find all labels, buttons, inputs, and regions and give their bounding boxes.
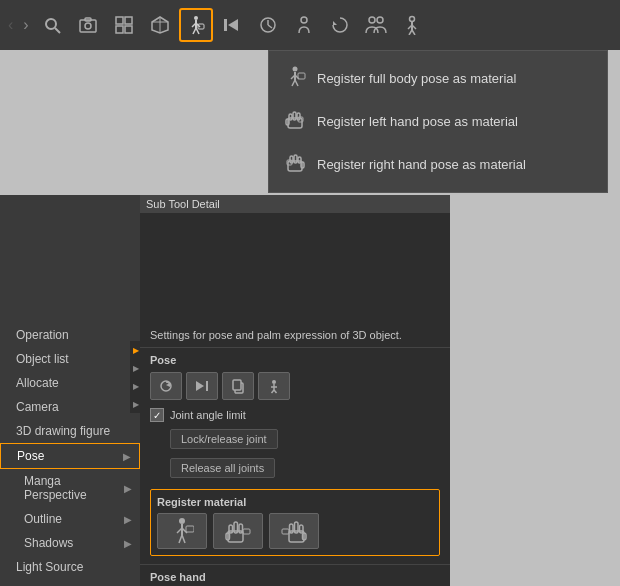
pose-reset-btn[interactable] bbox=[150, 372, 182, 400]
sidebar-item-3ddrawing[interactable]: 3D drawing figure bbox=[0, 419, 140, 443]
register-righthand-btn[interactable] bbox=[269, 513, 319, 549]
forward-arrow-btn[interactable]: › bbox=[19, 16, 32, 34]
register-lefthand-label: Register left hand pose as material bbox=[317, 114, 518, 129]
sidebar-item-camera[interactable]: Camera bbox=[0, 395, 140, 419]
sidebar-item-pose[interactable]: Pose ▶ bbox=[0, 443, 140, 469]
svg-rect-90 bbox=[282, 529, 289, 534]
lock-release-row: Lock/release joint bbox=[140, 426, 450, 452]
lefthand-icon bbox=[283, 108, 307, 135]
svg-rect-49 bbox=[294, 155, 297, 163]
svg-marker-25 bbox=[333, 21, 337, 25]
register-righthand-item[interactable]: Register right hand pose as material bbox=[269, 143, 607, 186]
svg-point-3 bbox=[85, 23, 91, 29]
register-material-label: Register material bbox=[157, 496, 433, 508]
svg-point-26 bbox=[369, 17, 375, 23]
svg-point-12 bbox=[194, 16, 198, 20]
svg-line-23 bbox=[268, 25, 272, 28]
svg-rect-78 bbox=[186, 526, 194, 532]
main-content: Settings for pose and palm expression of… bbox=[140, 195, 450, 586]
svg-point-24 bbox=[301, 17, 307, 23]
svg-rect-63 bbox=[206, 381, 208, 391]
svg-line-39 bbox=[295, 80, 298, 86]
svg-marker-20 bbox=[228, 19, 238, 31]
pose-controls-row bbox=[140, 368, 450, 404]
sidebar-item-objectlist[interactable]: Object list bbox=[0, 347, 140, 371]
register-fullbody-btn[interactable] bbox=[157, 513, 207, 549]
svg-line-38 bbox=[292, 80, 295, 86]
dialog-title: Sub Tool Detail bbox=[146, 198, 220, 210]
pose-figure-btn[interactable] bbox=[258, 372, 290, 400]
svg-line-77 bbox=[182, 535, 185, 543]
svg-rect-8 bbox=[125, 26, 132, 33]
svg-rect-43 bbox=[293, 112, 296, 120]
svg-marker-64 bbox=[196, 381, 204, 391]
svg-rect-6 bbox=[125, 17, 132, 24]
svg-line-1 bbox=[55, 28, 60, 33]
group-tool-btn[interactable] bbox=[359, 8, 393, 42]
svg-point-67 bbox=[272, 380, 276, 384]
sidebar-item-outline[interactable]: Outline ▶ bbox=[0, 507, 140, 531]
register-fullbody-item[interactable]: Register full body pose as material bbox=[269, 57, 607, 100]
register-material-section: Register material bbox=[150, 489, 440, 556]
svg-rect-42 bbox=[289, 114, 292, 120]
figure2-tool-btn[interactable] bbox=[395, 8, 429, 42]
settings-description: Settings for pose and palm expression of… bbox=[140, 323, 450, 348]
sidebar-item-operation[interactable]: Operation bbox=[0, 323, 140, 347]
pose-copy-btn[interactable] bbox=[222, 372, 254, 400]
register-fullbody-label: Register full body pose as material bbox=[317, 71, 516, 86]
svg-rect-66 bbox=[233, 380, 241, 390]
svg-rect-5 bbox=[116, 17, 123, 24]
sidebar-item-allocate[interactable]: Allocate bbox=[0, 371, 140, 395]
left-panel: Operation Object list Allocate Camera 3D… bbox=[0, 195, 140, 586]
svg-line-32 bbox=[409, 30, 412, 35]
svg-point-28 bbox=[409, 17, 414, 22]
shadows-expand-icon: ▶ bbox=[124, 538, 132, 549]
sidebar-item-manga-perspective[interactable]: Manga Perspective ▶ bbox=[0, 469, 140, 507]
register-righthand-label: Register right hand pose as material bbox=[317, 157, 526, 172]
dialog-titlebar: Sub Tool Detail bbox=[140, 195, 450, 213]
svg-rect-84 bbox=[243, 529, 250, 534]
joint-angle-limit-row: ✓ Joint angle limit bbox=[140, 404, 450, 426]
svg-line-33 bbox=[412, 30, 415, 35]
lock-release-btn[interactable]: Lock/release joint bbox=[170, 429, 278, 449]
prev-tool-btn[interactable] bbox=[215, 8, 249, 42]
sidebar-item-lightsource[interactable]: Light Source bbox=[0, 555, 140, 579]
fullbody-icon bbox=[283, 65, 307, 92]
pose-expand-icon: ▶ bbox=[123, 451, 131, 462]
register-btns-row bbox=[157, 513, 433, 549]
svg-point-72 bbox=[179, 518, 185, 524]
person-tool-btn[interactable] bbox=[287, 8, 321, 42]
svg-rect-7 bbox=[116, 26, 123, 33]
pose-tool-btn[interactable] bbox=[179, 8, 213, 42]
cube-tool-btn[interactable] bbox=[143, 8, 177, 42]
register-lefthand-item[interactable]: Register left hand pose as material bbox=[269, 100, 607, 143]
svg-rect-80 bbox=[229, 525, 233, 533]
outline-expand-icon: ▶ bbox=[124, 514, 132, 525]
clock-tool-btn[interactable] bbox=[251, 8, 285, 42]
top-toolbar: ‹ › bbox=[0, 0, 620, 50]
register-lefthand-btn[interactable] bbox=[213, 513, 263, 549]
search-tool-btn[interactable] bbox=[35, 8, 69, 42]
svg-line-76 bbox=[179, 535, 182, 543]
back-arrow-btn[interactable]: ‹ bbox=[4, 16, 17, 34]
svg-point-0 bbox=[46, 19, 56, 29]
joint-angle-checkbox[interactable]: ✓ bbox=[150, 408, 164, 422]
pose-hand-section-header: Pose hand bbox=[140, 564, 450, 585]
svg-rect-2 bbox=[80, 20, 96, 32]
camera-tool-btn[interactable] bbox=[71, 8, 105, 42]
rotate-tool-btn[interactable] bbox=[323, 8, 357, 42]
sidebar-item-panorama[interactable]: Panorama bbox=[0, 579, 140, 586]
grid-tool-btn[interactable] bbox=[107, 8, 141, 42]
sidebar-item-shadows[interactable]: Shadows ▶ bbox=[0, 531, 140, 555]
svg-line-71 bbox=[274, 390, 277, 393]
svg-point-27 bbox=[377, 17, 383, 23]
pose-section-header: Pose bbox=[140, 348, 450, 368]
svg-marker-62 bbox=[166, 383, 170, 387]
svg-rect-19 bbox=[224, 19, 227, 31]
release-all-btn[interactable]: Release all joints bbox=[170, 458, 275, 478]
svg-rect-86 bbox=[300, 525, 304, 533]
release-all-row: Release all joints bbox=[140, 455, 450, 481]
svg-rect-48 bbox=[298, 157, 301, 163]
dropdown-menu: Register full body pose as material Regi… bbox=[268, 50, 608, 193]
pose-skip-end-btn[interactable] bbox=[186, 372, 218, 400]
